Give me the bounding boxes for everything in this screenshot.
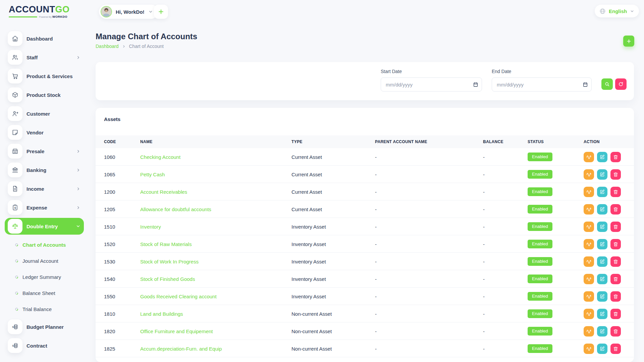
account-name-link[interactable]: Allowance for doubtful accounts — [140, 206, 211, 212]
delete-account-button[interactable] — [610, 326, 621, 337]
cell-name: Stock of Raw Materials — [140, 235, 192, 253]
status-badge: Enabled — [528, 170, 552, 179]
account-name-link[interactable]: Inventory — [140, 224, 161, 230]
cell-parent-account: - — [375, 340, 377, 357]
sidebar-item-label: Budget Planner — [26, 324, 80, 330]
sidebar-subitem-journal-account[interactable]: Journal Account — [0, 253, 87, 269]
account-ledger-button[interactable] — [584, 187, 594, 197]
edit-account-button[interactable] — [597, 187, 607, 197]
account-name-link[interactable]: Land and Buildings — [140, 311, 183, 317]
column-header-code: CODE — [104, 135, 116, 148]
cell-name: Allowance for doubtful accounts — [140, 200, 211, 218]
table-row: 1200Account ReceivablesCurrent Asset--En… — [96, 183, 634, 200]
edit-account-button[interactable] — [597, 291, 607, 302]
apply-filter-button[interactable] — [601, 78, 613, 90]
user-menu[interactable]: Hi, WorkDo! — [99, 5, 158, 19]
edit-account-button[interactable] — [597, 326, 607, 337]
account-name-link[interactable]: Stock of Finished Goods — [140, 276, 195, 282]
account-name-link[interactable]: Stock of Work In Progress — [140, 259, 199, 264]
account-ledger-button[interactable] — [584, 256, 594, 267]
delete-account-button[interactable] — [610, 204, 621, 215]
sidebar-item-vendor[interactable]: Vendor — [5, 124, 84, 141]
delete-account-button[interactable] — [610, 256, 621, 267]
sidebar-subitem-chart-of-accounts[interactable]: Chart of Accounts — [0, 237, 87, 253]
edit-account-button[interactable] — [597, 222, 607, 232]
delete-account-button[interactable] — [610, 309, 621, 319]
sidebar-item-double-entry[interactable]: Double Entry — [5, 218, 84, 235]
sidebar-item-product-services[interactable]: Product & Services — [5, 68, 84, 84]
account-name-link[interactable]: Office Furniture and Equipement — [140, 328, 213, 334]
delete-account-button[interactable] — [610, 239, 621, 249]
account-ledger-button[interactable] — [584, 326, 594, 337]
delete-account-button[interactable] — [610, 274, 621, 284]
quick-add-button[interactable] — [154, 5, 168, 19]
cell-code: 1065 — [104, 166, 115, 183]
account-ledger-button[interactable] — [584, 169, 594, 180]
status-badge: Enabled — [528, 153, 552, 161]
sidebar-item-staff[interactable]: Staff — [5, 49, 84, 66]
end-date-label: End Date — [492, 69, 511, 74]
edit-account-button[interactable] — [597, 239, 607, 249]
account-name-link[interactable]: Accum.depreciation-Furn. and Equip — [140, 346, 222, 352]
edit-account-button[interactable] — [597, 309, 607, 319]
cell-name: Accum.depreciation-Furn. and Equip — [140, 340, 222, 357]
account-name-link[interactable]: Stock of Raw Materials — [140, 241, 192, 247]
sidebar-item-contract[interactable]: $Contract — [5, 337, 84, 354]
breadcrumb-dashboard-link[interactable]: Dashboard — [96, 44, 119, 49]
cell-name: Account Receivables — [140, 183, 187, 200]
chevron-right-icon — [76, 55, 80, 60]
delete-account-button[interactable] — [610, 344, 621, 354]
delete-account-button[interactable] — [610, 222, 621, 232]
account-ledger-button[interactable] — [584, 344, 594, 354]
activity-icon — [586, 311, 592, 317]
account-name-link[interactable]: Checking Account — [140, 154, 180, 160]
sidebar-item-budget-planner[interactable]: $Budget Planner — [5, 318, 84, 335]
sidebar-subitem-ledger-summary[interactable]: Ledger Summary — [0, 269, 87, 285]
delete-account-button[interactable] — [610, 187, 621, 197]
cell-status: Enabled — [528, 200, 552, 218]
language-selector[interactable]: English — [595, 5, 639, 17]
account-ledger-button[interactable] — [584, 274, 594, 284]
sidebar-item-presale[interactable]: Presale — [5, 143, 84, 160]
account-name-link[interactable]: Petty Cash — [140, 172, 165, 177]
sidebar-item-income[interactable]: Income — [5, 180, 84, 197]
start-date-input[interactable] — [381, 77, 482, 92]
delete-account-button[interactable] — [610, 152, 621, 162]
account-ledger-button[interactable] — [584, 204, 594, 215]
delete-account-button[interactable] — [610, 169, 621, 180]
account-ledger-button[interactable] — [584, 222, 594, 232]
status-badge: Enabled — [528, 327, 552, 336]
edit-account-button[interactable] — [597, 152, 607, 162]
edit-account-button[interactable] — [597, 256, 607, 267]
sidebar-item-banking[interactable]: Banking — [5, 162, 84, 178]
delete-account-button[interactable] — [610, 291, 621, 302]
account-ledger-button[interactable] — [584, 291, 594, 302]
svg-text:$: $ — [12, 344, 14, 347]
activity-icon — [586, 294, 592, 299]
chevron-right-icon — [76, 205, 80, 210]
account-ledger-button[interactable] — [584, 309, 594, 319]
cell-code: 1810 — [104, 305, 115, 322]
edit-account-button[interactable] — [597, 274, 607, 284]
app-logo[interactable]: ACCOUNTGO Powered By WORKDO — [9, 4, 67, 18]
sidebar-subitem-balance-sheet[interactable]: Balance Sheet — [0, 285, 87, 301]
edit-account-button[interactable] — [597, 169, 607, 180]
sidebar-item-customer[interactable]: Customer — [5, 105, 84, 122]
cell-parent-account: - — [375, 148, 377, 166]
cell-balance: - — [483, 322, 485, 340]
account-ledger-button[interactable] — [584, 239, 594, 249]
account-ledger-button[interactable] — [584, 152, 594, 162]
edit-account-button[interactable] — [597, 344, 607, 354]
end-date-input[interactable] — [492, 77, 592, 92]
table-row: 1060Checking AccountCurrent Asset--Enabl… — [96, 148, 634, 166]
account-name-link[interactable]: Account Receivables — [140, 189, 187, 195]
sidebar-subitem-trial-balance[interactable]: Trial Balance — [0, 301, 87, 317]
edit-account-button[interactable] — [597, 204, 607, 215]
account-name-link[interactable]: Goods Received Clearing account — [140, 294, 217, 299]
create-account-button[interactable] — [623, 36, 634, 47]
sidebar-item-expense[interactable]: $Expense — [5, 199, 84, 216]
table-row: 1205Allowance for doubtful accountsCurre… — [96, 200, 634, 218]
reset-filter-button[interactable] — [615, 78, 627, 90]
sidebar-item-dashboard[interactable]: Dashboard — [5, 30, 84, 47]
sidebar-item-product-stock[interactable]: Product Stock — [5, 86, 84, 103]
